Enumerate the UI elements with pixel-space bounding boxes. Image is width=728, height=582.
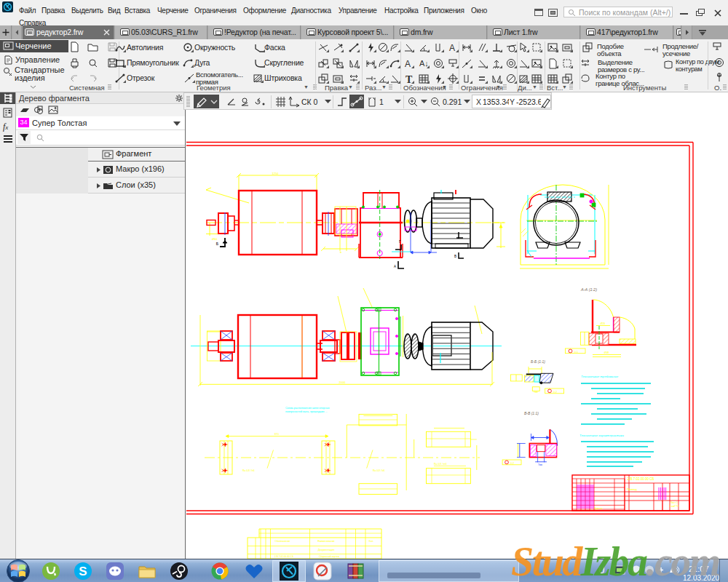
- svg-text:Ø20: Ø20: [601, 322, 606, 325]
- svg-text:А-А (1:2): А-А (1:2): [580, 287, 597, 292]
- svg-text:Обозначение: Обозначение: [275, 540, 290, 543]
- svg-text:0,2: 0,2: [510, 462, 514, 465]
- svg-text:Ra 0,8 / k6: Ra 0,8 / k6: [373, 469, 385, 472]
- svg-text:2.В.7.02.00.00 СБ: 2.В.7.02.00.00 СБ: [274, 555, 293, 558]
- svg-text:Ra 0,8 / m6: Ra 0,8 / m6: [434, 463, 447, 466]
- svg-text:870: 870: [274, 433, 279, 436]
- svg-text:СамГТУ: СамГТУ: [669, 505, 679, 508]
- svg-text:Б-Б (1:1): Б-Б (1:1): [531, 359, 545, 364]
- svg-text:Документация: Документация: [318, 549, 335, 551]
- svg-text:А: А: [449, 43, 455, 53]
- svg-text:Ra 0,8 / h6: Ra 0,8 / h6: [242, 469, 255, 472]
- svg-text:Ø48: Ø48: [604, 351, 609, 354]
- svg-text:2.В.7.02.00.00 СБ: 2.В.7.02.00.00 СБ: [628, 477, 654, 481]
- svg-text:Б: Б: [216, 242, 219, 246]
- svg-text:Курсач: Курсач: [594, 507, 602, 510]
- svg-text:В-В (1:1): В-В (1:1): [524, 411, 539, 415]
- svg-text:7мм: 7мм: [534, 391, 538, 394]
- svg-text:Технические требования: Технические требования: [581, 375, 619, 378]
- svg-text:b: b: [340, 250, 342, 254]
- svg-text:Привод: Привод: [627, 487, 638, 491]
- svg-text:Кол.: Кол.: [369, 540, 373, 543]
- svg-text:В: В: [454, 255, 456, 258]
- svg-text:А: А: [405, 59, 411, 69]
- svg-text:0,1: 0,1: [574, 351, 578, 354]
- svg-text:Техническая характеристика: Техническая характеристика: [579, 434, 624, 437]
- svg-text:Лист 1: Лист 1: [670, 501, 678, 504]
- svg-text:7мм: 7мм: [538, 463, 542, 466]
- svg-text:А: А: [394, 265, 396, 268]
- svg-text:2000: 2000: [339, 380, 347, 384]
- svg-text:поверхностей вала, прошедших .: поверхностей вала, прошедших ...: [285, 410, 327, 413]
- svg-text:Сборочный чертеж: Сборочный чертеж: [319, 555, 340, 558]
- svg-text:Ø60: Ø60: [212, 237, 218, 241]
- svg-text:1250: 1250: [272, 172, 280, 175]
- svg-text:0,2: 0,2: [553, 391, 557, 394]
- svg-text:S: S: [79, 565, 87, 578]
- svg-text:А↓: А↓: [419, 59, 429, 68]
- svg-text:T: T: [405, 74, 413, 84]
- svg-text:Схема расположения шеек опорны: Схема расположения шеек опорных: [285, 407, 330, 410]
- svg-text:Наименование: Наименование: [317, 540, 335, 543]
